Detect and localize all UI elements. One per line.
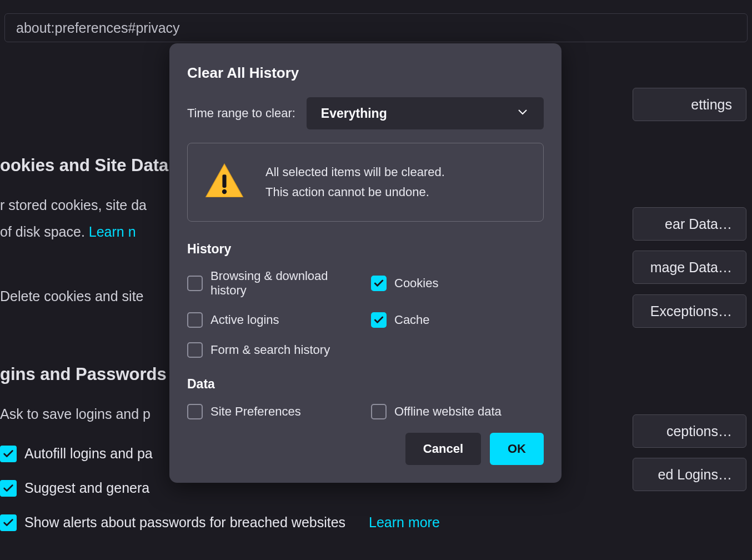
cookies-description: r stored cookies, site da of disk space.… xyxy=(0,192,168,245)
checkbox-label: Cache xyxy=(394,313,430,327)
checkbox-checked-icon[interactable] xyxy=(0,514,17,531)
checkbox-checked-icon[interactable] xyxy=(0,480,17,497)
learn-more-link[interactable]: Learn more xyxy=(369,514,440,531)
settings-button[interactable]: ettings xyxy=(633,88,746,121)
data-checks: Site Preferences Offline website data xyxy=(187,404,544,419)
delete-cookies-text: Delete cookies and site xyxy=(0,283,143,310)
browsing-history-check[interactable]: Browsing & download history xyxy=(187,269,360,298)
data-section-label: Data xyxy=(187,377,544,392)
offline-data-check[interactable]: Offline website data xyxy=(371,404,544,419)
clear-data-button[interactable]: ear Data… xyxy=(633,207,746,241)
checkbox-label: Browsing & download history xyxy=(210,269,360,298)
cache-check[interactable]: Cache xyxy=(371,312,544,328)
button-label: ed Logins… xyxy=(658,467,732,483)
checkbox-icon[interactable] xyxy=(187,312,203,328)
checkbox-label: Suggest and genera xyxy=(24,480,149,496)
checkbox-checked-icon[interactable] xyxy=(371,312,387,328)
warning-icon xyxy=(203,160,245,204)
checkbox-icon[interactable] xyxy=(187,276,203,291)
exceptions-button-2[interactable]: ceptions… xyxy=(633,414,746,448)
chevron-down-icon xyxy=(516,105,529,122)
cancel-button[interactable]: Cancel xyxy=(405,433,481,465)
history-checks: Browsing & download history Cookies Acti… xyxy=(187,269,544,358)
time-range-value: Everything xyxy=(321,106,387,121)
breached-check-row[interactable]: Show alerts about passwords for breached… xyxy=(0,514,440,531)
button-label: mage Data… xyxy=(650,259,732,276)
checkbox-checked-icon[interactable] xyxy=(0,446,17,462)
clear-history-dialog: Clear All History Time range to clear: E… xyxy=(169,43,562,483)
button-label: ear Data… xyxy=(665,216,732,232)
checkbox-label: Active logins xyxy=(210,313,279,327)
ok-button[interactable]: OK xyxy=(490,433,544,465)
button-label: ceptions… xyxy=(666,423,732,439)
active-logins-check[interactable]: Active logins xyxy=(187,312,360,328)
manage-data-button[interactable]: mage Data… xyxy=(633,251,746,284)
dialog-title: Clear All History xyxy=(187,64,544,82)
cookies-section-title: ookies and Site Data xyxy=(0,156,168,176)
dialog-buttons: Cancel OK xyxy=(187,433,544,465)
checkbox-icon[interactable] xyxy=(371,404,387,419)
checkbox-label: Autofill logins and pa xyxy=(24,446,153,462)
url-bar[interactable]: about:preferences#privacy xyxy=(4,13,748,42)
checkbox-label: Site Preferences xyxy=(210,404,301,419)
warning-box: All selected items will be cleared. This… xyxy=(187,143,544,222)
saved-logins-button[interactable]: ed Logins… xyxy=(633,458,746,491)
learn-more-link[interactable]: Learn n xyxy=(89,224,136,239)
checkbox-label: Cookies xyxy=(394,276,438,291)
time-range-row: Time range to clear: Everything xyxy=(187,97,544,129)
svg-point-1 xyxy=(222,189,227,194)
checkbox-label: Show alerts about passwords for breached… xyxy=(24,514,345,531)
url-text: about:preferences#privacy xyxy=(16,20,180,36)
checkbox-checked-icon[interactable] xyxy=(371,276,387,291)
button-label: ettings xyxy=(691,97,732,113)
svg-rect-0 xyxy=(222,174,226,188)
checkbox-label: Offline website data xyxy=(394,404,502,419)
form-history-check[interactable]: Form & search history xyxy=(187,342,360,358)
warning-text: All selected items will be cleared. This… xyxy=(265,162,445,203)
exceptions-button[interactable]: Exceptions… xyxy=(633,294,746,328)
site-preferences-check[interactable]: Site Preferences xyxy=(187,404,360,419)
button-label: Exceptions… xyxy=(650,303,732,319)
history-section-label: History xyxy=(187,242,544,257)
checkbox-icon[interactable] xyxy=(187,404,203,419)
time-range-select[interactable]: Everything xyxy=(307,97,544,129)
cookies-check[interactable]: Cookies xyxy=(371,269,544,298)
checkbox-label: Form & search history xyxy=(210,343,330,357)
checkbox-icon[interactable] xyxy=(187,342,203,358)
time-range-label: Time range to clear: xyxy=(187,106,295,121)
